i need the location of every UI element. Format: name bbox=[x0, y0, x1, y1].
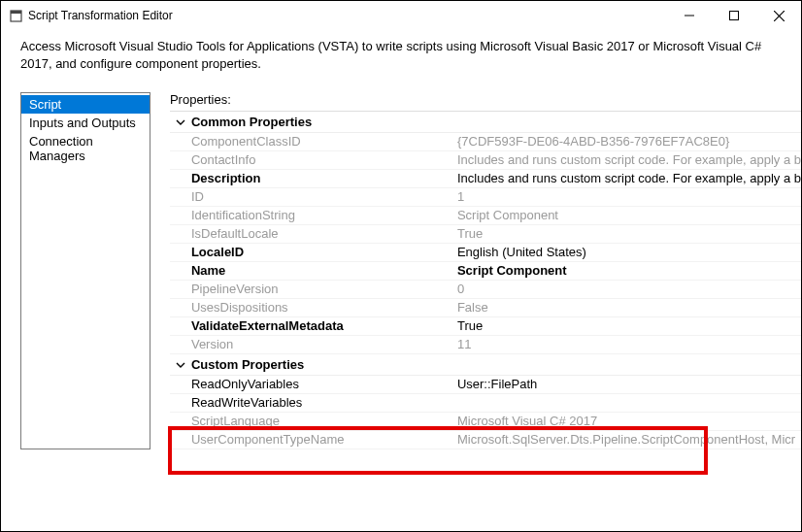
property-name: UsesDispositions bbox=[170, 300, 457, 316]
sidebar-item-label: Inputs and Outputs bbox=[29, 116, 136, 130]
property-name: ValidateExternalMetadata bbox=[170, 318, 457, 334]
property-row[interactable]: Version11 bbox=[170, 336, 801, 354]
sidebar-item-label: Connection Managers bbox=[29, 134, 93, 163]
properties-label: Properties: bbox=[170, 92, 801, 107]
property-name: IdentificationString bbox=[170, 208, 457, 223]
property-name: ComponentClassID bbox=[170, 134, 457, 150]
property-value: Script Component bbox=[457, 208, 801, 223]
svg-rect-3 bbox=[730, 12, 739, 20]
property-value: Includes and runs custom script code. Fo… bbox=[457, 152, 801, 168]
property-name: ReadOnlyVariables bbox=[170, 377, 457, 392]
sidebar-item-inputs-outputs[interactable]: Inputs and Outputs bbox=[21, 114, 150, 132]
property-value: Script Component bbox=[457, 263, 801, 279]
property-value: 0 bbox=[457, 282, 801, 297]
property-name: Name bbox=[170, 263, 457, 279]
sidebar-item-label: Script bbox=[29, 97, 61, 112]
property-row[interactable]: UsesDispositionsFalse bbox=[170, 299, 801, 317]
sidebar-item-connection-managers[interactable]: Connection Managers bbox=[21, 132, 150, 165]
group-header[interactable]: Custom Properties bbox=[170, 354, 801, 376]
group-header[interactable]: Common Properties bbox=[170, 112, 801, 133]
property-name: Version bbox=[170, 337, 457, 352]
properties-grid: Common PropertiesComponentClassID{7CDF59… bbox=[170, 111, 801, 449]
property-value: Microsoft Visual C# 2017 bbox=[457, 414, 801, 429]
property-row[interactable]: IdentificationStringScript Component bbox=[170, 207, 801, 225]
property-value: True bbox=[457, 226, 801, 242]
property-value: English (United States) bbox=[457, 245, 801, 260]
property-name: Description bbox=[170, 171, 457, 186]
group-name: Custom Properties bbox=[191, 357, 304, 372]
properties-panel: Properties: Common PropertiesComponentCl… bbox=[150, 92, 801, 449]
group-name: Common Properties bbox=[191, 115, 312, 129]
property-value: 1 bbox=[457, 189, 801, 205]
property-name: LocaleID bbox=[170, 245, 457, 260]
property-value: Includes and runs custom script code. Fo… bbox=[457, 171, 801, 186]
property-value bbox=[457, 395, 801, 411]
chevron-down-icon bbox=[174, 116, 187, 129]
dialog-description: Access Microsoft Visual Studio Tools for… bbox=[1, 30, 801, 92]
property-value: User::FilePath bbox=[457, 377, 801, 392]
property-row[interactable]: IsDefaultLocaleTrue bbox=[170, 225, 801, 244]
property-name: ReadWriteVariables bbox=[170, 395, 457, 411]
property-row[interactable]: PipelineVersion0 bbox=[170, 281, 801, 299]
property-row[interactable]: ReadOnlyVariablesUser::FilePath bbox=[170, 376, 801, 394]
property-name: ContactInfo bbox=[170, 152, 457, 168]
property-row[interactable]: ComponentClassID{7CDF593F-DE06-4ABD-B356… bbox=[170, 133, 801, 151]
maximize-button[interactable] bbox=[712, 1, 756, 30]
property-value: True bbox=[457, 318, 801, 334]
property-value: Microsoft.SqlServer.Dts.Pipeline.ScriptC… bbox=[457, 432, 801, 448]
property-name: IsDefaultLocale bbox=[170, 226, 457, 242]
property-row[interactable]: LocaleIDEnglish (United States) bbox=[170, 244, 801, 262]
property-row[interactable]: ReadWriteVariables bbox=[170, 394, 801, 413]
close-button[interactable] bbox=[756, 1, 801, 30]
property-name: UserComponentTypeName bbox=[170, 432, 457, 448]
property-name: PipelineVersion bbox=[170, 282, 457, 297]
property-name: ID bbox=[170, 189, 457, 205]
property-row[interactable]: DescriptionIncludes and runs custom scri… bbox=[170, 170, 801, 188]
property-name: ScriptLanguage bbox=[170, 414, 457, 429]
svg-rect-1 bbox=[11, 11, 21, 14]
chevron-down-icon bbox=[174, 358, 187, 372]
titlebar: Script Transformation Editor bbox=[1, 1, 801, 30]
property-row[interactable]: NameScript Component bbox=[170, 262, 801, 281]
property-row[interactable]: ValidateExternalMetadataTrue bbox=[170, 317, 801, 336]
sidebar-item-script[interactable]: Script bbox=[21, 95, 150, 114]
property-value: {7CDF593F-DE06-4ABD-B356-7976EF7AC8E0} bbox=[457, 134, 801, 150]
property-row[interactable]: ScriptLanguageMicrosoft Visual C# 2017 bbox=[170, 413, 801, 431]
sidebar: Script Inputs and Outputs Connection Man… bbox=[20, 92, 150, 449]
property-row[interactable]: UserComponentTypeNameMicrosoft.SqlServer… bbox=[170, 431, 801, 449]
property-value: 11 bbox=[457, 337, 801, 352]
window-controls bbox=[667, 1, 801, 30]
property-value: False bbox=[457, 300, 801, 316]
minimize-button[interactable] bbox=[667, 1, 712, 30]
property-row[interactable]: ID1 bbox=[170, 188, 801, 207]
property-row[interactable]: ContactInfoIncludes and runs custom scri… bbox=[170, 151, 801, 170]
content-area: Script Inputs and Outputs Connection Man… bbox=[1, 92, 801, 449]
window-title: Script Transformation Editor bbox=[28, 9, 667, 22]
app-icon bbox=[9, 9, 22, 22]
